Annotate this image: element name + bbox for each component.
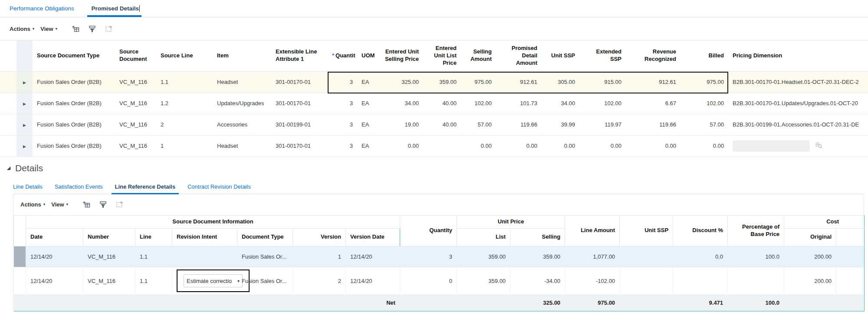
line-reference-details-table: Source Document Information Quantity Uni…	[13, 215, 865, 312]
promised-details-table: Source Document Type Source Document Sou…	[0, 40, 868, 157]
header-selling-amount[interactable]: Selling Amount	[461, 40, 496, 71]
header-billed[interactable]: Billed	[681, 40, 728, 71]
sub-header-document-type[interactable]: Document Type	[237, 228, 293, 246]
tab-promised-details[interactable]: Promised Details	[92, 0, 140, 17]
export-to-excel-icon[interactable]	[70, 23, 81, 34]
cell-extended-ssp: 915.00	[579, 71, 626, 93]
actions-menu[interactable]: Actions ▾	[10, 26, 34, 32]
cell-promised-detail-amount: 0.00	[496, 135, 542, 156]
sub-header-list[interactable]: List	[457, 228, 510, 246]
cell-source-document-type: Fusion Sales Order (B2B)	[33, 71, 115, 93]
header-promised-detail-amount[interactable]: Promised Detail Amount	[496, 40, 542, 71]
revision-intent-value: Estimate correctio	[187, 278, 232, 284]
cell-selling-amount: 57.00	[461, 114, 496, 135]
table-row[interactable]: ▶ Fusion Sales Order (B2B) VC_M_116 1 He…	[0, 135, 868, 156]
sub-header-date[interactable]: Date	[26, 228, 83, 246]
table-row[interactable]: ▶ Fusion Sales Order (B2B) VC_M_116 2 Ac…	[0, 114, 868, 135]
cell-line: 1.1	[135, 267, 172, 295]
header-entered-unit-selling-price[interactable]: Entered Unit Selling Price	[378, 40, 423, 71]
row-expand-icon[interactable]: ▶	[23, 144, 26, 149]
search-list-icon	[814, 141, 823, 151]
cell-source-document-type: Fusion Sales Order (B2B)	[33, 135, 115, 156]
header-source-document-type[interactable]: Source Document Type	[33, 40, 115, 71]
table-row[interactable]: ▶ Fusion Sales Order (B2B) VC_M_116 1.1 …	[0, 71, 868, 93]
sub-header-version-date[interactable]: Version Date	[346, 228, 400, 246]
row-selection-handle[interactable]	[14, 246, 26, 267]
net-quantity	[400, 295, 457, 311]
cell-list: 359.00	[457, 267, 510, 295]
header-source-document[interactable]: Source Document	[115, 40, 156, 71]
header-pricing-dimension[interactable]: Pricing Dimension	[728, 40, 868, 71]
cell-pricing-dimension	[728, 135, 868, 156]
view-menu[interactable]: View ▾	[51, 201, 68, 208]
chevron-down-icon: ▾	[56, 27, 58, 31]
cell-source-document: VC_M_116	[115, 71, 156, 93]
header-revenue-recognized[interactable]: Revenue Recognized	[626, 40, 681, 71]
cell-entered-unit-selling-price: 0.00	[378, 135, 423, 156]
cell-entered-unit-list-price: 359.00	[423, 71, 461, 93]
cell-discount-pct	[673, 267, 728, 295]
table-row[interactable]: 12/14/20 VC_M_116 1.1 Estimate correctio…	[14, 267, 865, 295]
sub-header-percentage-of-base-price[interactable]: Percentage of Base Price	[728, 215, 784, 246]
cell-item: Updates/Upgrades	[213, 93, 271, 114]
cell-quantity: 3	[328, 135, 357, 156]
details-section-title: Details	[6, 163, 868, 173]
cell-list: 359.00	[457, 246, 510, 267]
sub-header-line[interactable]: Line	[135, 228, 172, 246]
sub-header-discount-pct[interactable]: Discount %	[673, 215, 728, 246]
cell-selling-amount: 0.00	[461, 135, 496, 156]
view-label: View	[40, 26, 53, 32]
sub-header-selling[interactable]: Selling	[510, 228, 565, 246]
export-to-excel-icon[interactable]	[81, 200, 92, 210]
cell-source-line: 1.1	[156, 71, 213, 93]
sub-table-group-header-row: Source Document Information Quantity Uni…	[14, 215, 865, 228]
revision-intent-select[interactable]: Estimate correctio ▾	[184, 274, 243, 287]
query-by-example-icon[interactable]	[87, 23, 97, 34]
cell-discount-pct: 0.0	[673, 246, 728, 267]
table-row[interactable]: 12/14/20 VC_M_116 1.1 Fusion Sales Or...…	[14, 246, 865, 267]
page-tabs: Performance Obligations Promised Details	[0, 0, 868, 17]
header-source-line[interactable]: Source Line	[156, 40, 213, 71]
sub-header-line-amount[interactable]: Line Amount	[565, 215, 620, 246]
actions-menu[interactable]: Actions ▾	[20, 201, 45, 208]
header-gutter	[0, 40, 16, 71]
header-quantity[interactable]: *Quantit	[328, 40, 357, 71]
view-menu[interactable]: View ▾	[40, 26, 57, 32]
sub-header-unit-ssp[interactable]: Unit SSP	[620, 215, 673, 246]
header-uom[interactable]: UOM	[357, 40, 378, 71]
sub-header-quantity[interactable]: Quantity	[400, 215, 457, 246]
header-entered-unit-list-price[interactable]: Entered Unit List Price	[423, 40, 461, 71]
collapse-triangle-icon[interactable]	[6, 166, 11, 171]
tab-line-details[interactable]: Line Details	[13, 180, 43, 194]
active-tab-underline	[112, 193, 179, 194]
query-by-example-icon[interactable]	[98, 200, 108, 210]
cell-unit-ssp	[620, 267, 673, 295]
sub-header-number[interactable]: Number	[83, 228, 135, 246]
row-gutter	[0, 71, 16, 93]
tab-satisfaction-events[interactable]: Satisfaction Events	[55, 180, 103, 194]
header-extended-ssp[interactable]: Extended SSP	[579, 40, 626, 71]
tab-contract-revision-details[interactable]: Contract Revision Details	[187, 180, 251, 194]
cell-extensible-line-attribute-1: 301-00170-01	[271, 71, 328, 93]
sub-header-version[interactable]: Version	[293, 228, 346, 246]
row-expand-icon[interactable]: ▶	[23, 80, 26, 85]
net-summary-row: Net 325.00 975.00 9.471 100.0	[14, 295, 865, 311]
active-tab-underline	[87, 15, 142, 17]
net-discount-pct: 9.471	[673, 295, 728, 311]
tab-performance-obligations[interactable]: Performance Obligations	[10, 0, 74, 17]
cell-quantity: 3	[400, 246, 457, 267]
header-item[interactable]: Item	[213, 40, 271, 71]
sub-header-original[interactable]: Original	[784, 228, 836, 246]
row-expand-icon[interactable]: ▶	[23, 123, 26, 127]
sub-header-revision-intent[interactable]: Revision Intent	[172, 228, 237, 246]
header-extensible-line-attribute-1[interactable]: Extensible Line Attribute 1	[271, 40, 328, 71]
row-expand-icon[interactable]: ▶	[23, 102, 26, 106]
group-header-cost: Cost	[784, 215, 865, 228]
cell-item: Headset	[213, 71, 271, 93]
table-row[interactable]: ▶ Fusion Sales Order (B2B) VC_M_116 1.2 …	[0, 93, 868, 114]
cell-date: 12/14/20	[26, 246, 83, 267]
tab-line-reference-details[interactable]: Line Reference Details	[115, 180, 175, 194]
chevron-down-icon: ▾	[237, 279, 240, 283]
tab-line-reference-details-label: Line Reference Details	[115, 183, 175, 190]
header-unit-ssp[interactable]: Unit SSP	[542, 40, 579, 71]
